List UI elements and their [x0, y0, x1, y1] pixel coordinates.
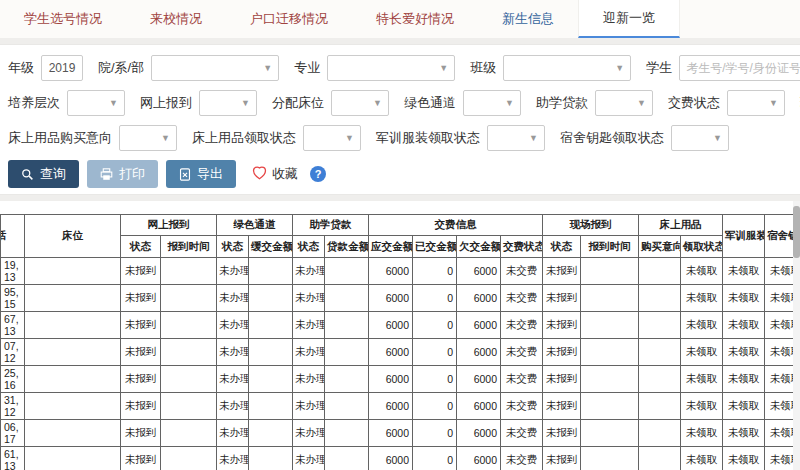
training-level-select[interactable]: ▼ [67, 90, 125, 116]
sub-column-header: 贷款金额 [325, 236, 369, 258]
table-cell: 未交费 [501, 366, 543, 393]
table-cell: 6000 [369, 420, 413, 447]
table-cell: 未办理 [217, 420, 249, 447]
group-header: 绿色通道 [217, 215, 293, 236]
major-label: 专业 [294, 59, 320, 77]
help-icon[interactable]: ? [310, 166, 326, 182]
table-cell: 0 [413, 447, 457, 470]
favorite-label: 收藏 [272, 165, 298, 183]
scrollbar-thumb[interactable] [793, 206, 800, 258]
table-cell: 0 [413, 258, 457, 285]
grade-label: 年级 [8, 59, 34, 77]
table-cell: 未办理 [217, 366, 249, 393]
table-cell [325, 312, 369, 339]
filter-field-green-channel: 绿色通道▼ [404, 90, 521, 116]
table-cell [249, 393, 293, 420]
table-cell [581, 393, 639, 420]
query-button[interactable]: 查询 [8, 160, 79, 188]
table-cell: 06,17 [1, 420, 25, 447]
table-cell: 未报到 [121, 447, 161, 470]
grade-input[interactable] [41, 55, 83, 81]
class-select[interactable]: ▼ [503, 55, 631, 81]
online-checkin-select[interactable]: ▼ [199, 90, 257, 116]
table-cell [25, 366, 121, 393]
filter-field-bed-assignment: 分配床位▼ [272, 90, 389, 116]
group-header: 交费信息 [369, 215, 543, 236]
table-cell: 未领取 [681, 366, 723, 393]
table-cell: 0 [413, 393, 457, 420]
table-cell: 未报到 [121, 312, 161, 339]
print-button[interactable]: 打印 [87, 160, 158, 188]
table-cell: 未报到 [543, 312, 581, 339]
favorite-button[interactable]: 收藏 [252, 165, 298, 183]
bed-column-header: 床位 [25, 215, 121, 258]
filter-rows: 年级院/系/部▼专业▼班级▼学生培养层次▼网上报到▼分配床位▼绿色通道▼助学贷款… [8, 55, 792, 151]
filter-field-student: 学生 [646, 55, 800, 81]
table-cell: 未报到 [543, 339, 581, 366]
table-cell: 6000 [369, 339, 413, 366]
export-button[interactable]: 导出 [166, 160, 236, 188]
tab-freshman-info[interactable]: 新生信息 [478, 0, 578, 38]
student-input[interactable] [679, 55, 800, 81]
table-cell: 未交费 [501, 339, 543, 366]
tab-student-number-status[interactable]: 学生选号情况 [0, 0, 126, 38]
bed-assignment-select[interactable]: ▼ [331, 90, 389, 116]
table-cell: 未领取 [723, 339, 765, 366]
column-header: 军训服装 [723, 215, 765, 258]
department-select[interactable]: ▼ [151, 55, 279, 81]
table-cell: 未领取 [681, 339, 723, 366]
tab-arrival-status[interactable]: 来校情况 [126, 0, 226, 38]
filter-field-training-level: 培养层次▼ [8, 90, 125, 116]
table-cell: 6000 [457, 393, 501, 420]
table-cell: 未领取 [723, 393, 765, 420]
table-cell [249, 339, 293, 366]
student-loan-select[interactable]: ▼ [595, 90, 653, 116]
table-cell: 6000 [457, 285, 501, 312]
chevron-down-icon: ▼ [345, 133, 354, 143]
uniform-pickup-status-label: 军训服装领取状态 [376, 129, 480, 147]
table-cell [25, 339, 121, 366]
student-loan-label: 助学贷款 [536, 94, 588, 112]
tab-bar: 学生选号情况 来校情况 户口迁移情况 特长爱好情况 新生信息 迎新一览 [0, 0, 800, 38]
export-file-icon [179, 168, 191, 181]
table-cell [325, 447, 369, 470]
green-channel-select[interactable]: ▼ [463, 90, 521, 116]
table-cell: 未办理 [293, 339, 325, 366]
filter-field-dorm-key-pickup-status: 宿舍钥匙领取状态▼ [560, 125, 729, 151]
tab-welcome-overview[interactable]: 迎新一览 [578, 0, 680, 38]
filter-field-department: 院/系/部▼ [98, 55, 279, 81]
dorm-key-pickup-status-select[interactable]: ▼ [671, 125, 729, 151]
table-cell: 07,12 [1, 339, 25, 366]
table-cell: 未交费 [501, 393, 543, 420]
vertical-scrollbar[interactable] [793, 201, 800, 470]
tab-hobbies-status[interactable]: 特长爱好情况 [352, 0, 478, 38]
table-cell: 未报到 [121, 258, 161, 285]
tab-household-migration[interactable]: 户口迁移情况 [226, 0, 352, 38]
table-cell [581, 258, 639, 285]
table-cell: 6000 [369, 258, 413, 285]
filter-row: 床上用品购买意向▼床上用品领取状态▼军训服装领取状态▼宿舍钥匙领取状态▼ [8, 125, 792, 151]
bedding-purchase-intent-select[interactable]: ▼ [119, 125, 177, 151]
table-row: 07,12未报到未办理未办理600006000未交费未报到未领取未领取未领取 [1, 339, 800, 366]
bedding-pickup-status-label: 床上用品领取状态 [192, 129, 296, 147]
table-cell: 未办理 [293, 312, 325, 339]
table-cell [639, 420, 681, 447]
table-cell [25, 258, 121, 285]
green-channel-label: 绿色通道 [404, 94, 456, 112]
table-cell: 未领取 [723, 420, 765, 447]
uniform-pickup-status-select[interactable]: ▼ [487, 125, 545, 151]
filter-field-uniform-pickup-status: 军训服装领取状态▼ [376, 125, 545, 151]
major-select[interactable]: ▼ [327, 55, 455, 81]
phone-column-header: 话 [1, 215, 25, 258]
table-cell [581, 366, 639, 393]
table-cell [25, 393, 121, 420]
sub-column-header: 状态 [217, 236, 249, 258]
table-cell: 未办理 [293, 258, 325, 285]
table-cell [25, 285, 121, 312]
chevron-down-icon: ▼ [615, 63, 624, 73]
payment-status-select[interactable]: ▼ [727, 90, 785, 116]
dorm-key-pickup-status-label: 宿舍钥匙领取状态 [560, 129, 664, 147]
table-cell: 25,16 [1, 366, 25, 393]
bedding-pickup-status-select[interactable]: ▼ [303, 125, 361, 151]
chevron-down-icon: ▼ [109, 98, 118, 108]
